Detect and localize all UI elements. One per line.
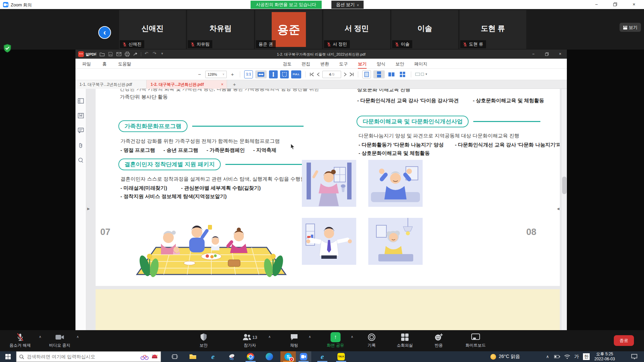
- close-button[interactable]: ×: [627, 0, 641, 9]
- chat-options-caret[interactable]: ∧: [309, 335, 311, 339]
- end-meeting-button[interactable]: 종료: [614, 335, 634, 346]
- continuous-view-button[interactable]: [373, 70, 385, 78]
- minimize-button[interactable]: −: [589, 0, 604, 9]
- pdf-restore-button[interactable]: [540, 50, 553, 59]
- chat-button[interactable]: 채팅: [290, 333, 298, 348]
- battery-icon[interactable]: [554, 351, 560, 362]
- chrome-icon[interactable]: [243, 351, 258, 362]
- weather-widget[interactable]: 26°C 맑음: [490, 351, 520, 362]
- single-page-view-button[interactable]: [362, 70, 371, 78]
- participants-button[interactable]: 13 참가자: [243, 333, 257, 348]
- participant-label: 용준 권: [256, 40, 276, 48]
- fit-page-button[interactable]: [280, 70, 289, 78]
- menu-help[interactable]: 도움말: [118, 61, 131, 67]
- zoom-level-select[interactable]: 128%∨: [205, 71, 227, 78]
- menu-file[interactable]: 파일: [82, 61, 91, 67]
- kakaotalk-icon[interactable]: TALK: [333, 351, 349, 362]
- task-view-button[interactable]: [167, 351, 182, 362]
- video-options-caret[interactable]: ∧: [76, 335, 79, 339]
- whiteboard-button[interactable]: 화이트보드: [466, 333, 486, 348]
- scrollbar-thumb[interactable]: [562, 177, 567, 194]
- menu-security[interactable]: 보안: [395, 61, 404, 69]
- participant-tile[interactable]: 차유림 차유림: [187, 10, 254, 49]
- page-layout-dropdown[interactable]: ▼: [415, 70, 430, 78]
- first-page-button[interactable]: [310, 72, 314, 76]
- menu-home[interactable]: 홈: [102, 61, 107, 67]
- fit-height-button[interactable]: [269, 70, 278, 78]
- action-center-icon[interactable]: [631, 351, 637, 362]
- menu-forms[interactable]: 양식: [377, 61, 385, 69]
- participant-tile[interactable]: 용준 용준 권: [255, 10, 322, 49]
- panel-expand-arrow[interactable]: ▶: [87, 207, 90, 210]
- zoom-taskbar-icon[interactable]: [296, 351, 311, 362]
- taskbar-clock[interactable]: 오후 5:252022-06-03: [594, 351, 615, 362]
- tray-expand-caret[interactable]: ∧: [546, 351, 549, 362]
- pdf-minimize-button[interactable]: −: [527, 50, 540, 59]
- wifi-icon[interactable]: [564, 351, 570, 362]
- section-badge-row: 다문화이해교육 및 다문화인식개선사업: [357, 116, 540, 127]
- pdf-close-button[interactable]: ×: [553, 50, 567, 59]
- breakout-rooms-button[interactable]: 소회의실: [397, 333, 413, 348]
- vertical-scrollbar[interactable]: [561, 89, 567, 330]
- security-button[interactable]: 보안: [200, 333, 208, 348]
- two-page-view-button[interactable]: [387, 70, 396, 78]
- view-options-button[interactable]: 옵션 보기∨: [331, 1, 364, 9]
- mute-options-caret[interactable]: ∧: [39, 335, 41, 339]
- record-button[interactable]: 기록: [368, 333, 376, 348]
- panel-collapse-arrow[interactable]: ◀: [557, 207, 559, 210]
- thumbnail-panel-icon[interactable]: [78, 98, 84, 105]
- remote-app-icon[interactable]: [224, 351, 239, 362]
- next-page-button[interactable]: [343, 72, 347, 76]
- stop-video-button[interactable]: 비디오 중지: [49, 333, 70, 348]
- page-number-input[interactable]: 4/9: [322, 71, 341, 78]
- participants-options-caret[interactable]: ∧: [268, 335, 271, 339]
- menu-edit[interactable]: 편집: [302, 61, 310, 69]
- attachment-panel-icon[interactable]: [78, 142, 84, 150]
- restore-button[interactable]: [608, 0, 623, 9]
- full-screen-button[interactable]: FULL: [291, 70, 301, 78]
- ime-a-indicator[interactable]: 가: [574, 351, 579, 362]
- actual-size-button[interactable]: 1:1: [244, 70, 253, 78]
- skype-icon[interactable]: S×: [280, 351, 296, 362]
- menu-view-active[interactable]: 보기: [358, 61, 367, 69]
- file-explorer-icon[interactable]: [185, 351, 201, 362]
- participant-tile[interactable]: 신애진 신애진: [119, 10, 186, 49]
- menu-pages[interactable]: 페이지: [414, 61, 427, 69]
- internet-explorer-2-icon[interactable]: e: [315, 351, 330, 362]
- document-tab-1[interactable]: 1-1. 대구북구...2년최신판.pdf: [75, 80, 147, 89]
- comment-panel-icon[interactable]: [78, 128, 84, 134]
- search-input[interactable]: [27, 354, 138, 359]
- participant-tile[interactable]: 서 정민 서 정민: [323, 10, 390, 49]
- edge-icon[interactable]: [262, 351, 277, 362]
- four-page-view-button[interactable]: [398, 70, 407, 78]
- fit-width-button[interactable]: [255, 70, 267, 78]
- participant-tile[interactable]: 이솔 이솔: [391, 10, 458, 49]
- security-shield-icon[interactable]: [3, 44, 11, 54]
- pdf-content-area[interactable]: 건강한 가족 기능의 회복 및 가족관계 증진, 나눔을 통한 가족공동체의식 …: [86, 89, 567, 330]
- reactions-button[interactable]: 반응: [434, 333, 443, 348]
- zoom-out-button[interactable]: −: [196, 71, 203, 77]
- share-options-caret[interactable]: ∧: [351, 335, 353, 339]
- ime-korean-indicator[interactable]: 한: [583, 351, 590, 362]
- search-panel-icon[interactable]: [78, 157, 84, 165]
- zoom-in-button[interactable]: +: [229, 71, 236, 77]
- illustration-card-woman-waving: [302, 160, 356, 207]
- bookmark-panel-icon[interactable]: [78, 113, 84, 120]
- participant-tile[interactable]: 도현 류 도현 류: [460, 10, 526, 49]
- last-page-button[interactable]: [349, 72, 354, 76]
- gallery-view-button[interactable]: 보기: [620, 23, 641, 32]
- taskbar-search-box[interactable]: [16, 351, 161, 362]
- menu-convert[interactable]: 변환: [320, 61, 329, 69]
- prev-page-button[interactable]: [317, 72, 320, 76]
- tab-close-icon[interactable]: ×: [221, 80, 223, 89]
- collapse-strip-button[interactable]: ‹: [98, 26, 111, 39]
- start-button[interactable]: [0, 351, 16, 362]
- document-tab-2-active[interactable]: 1-2. 대구북구...2년최신판.pdf ×: [147, 80, 227, 89]
- unmute-button[interactable]: 음소거 해제: [9, 333, 31, 348]
- menu-review[interactable]: 검토: [283, 61, 291, 69]
- share-screen-button[interactable]: ↑ 화면 공유: [327, 333, 344, 348]
- pdf-body: 건강한 가족 기능의 회복 및 가족관계 증진, 나눔을 통한 가족공동체의식 …: [75, 89, 567, 330]
- menu-tools[interactable]: 도구: [339, 61, 348, 69]
- new-tab-button[interactable]: +: [230, 80, 238, 89]
- internet-explorer-icon[interactable]: e: [205, 351, 221, 362]
